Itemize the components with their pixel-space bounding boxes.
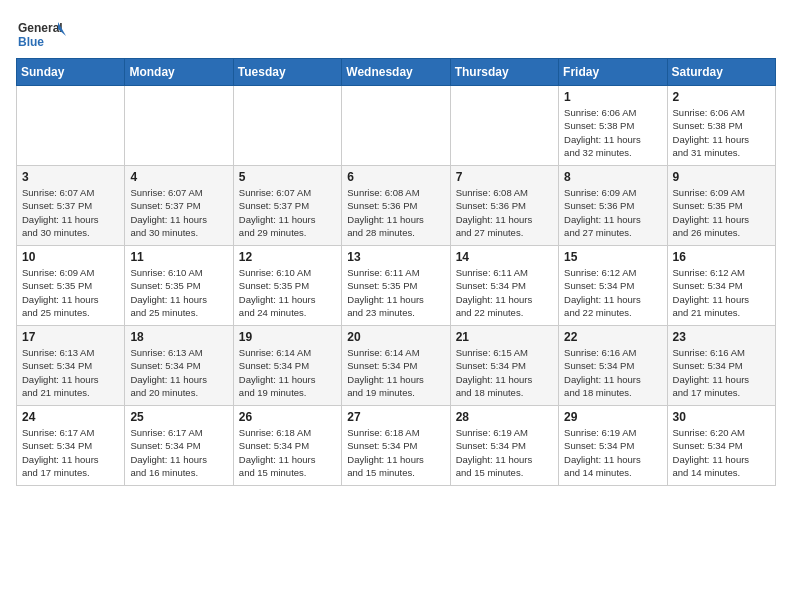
day-info: Sunrise: 6:09 AM Sunset: 5:35 PM Dayligh…	[673, 186, 770, 239]
day-cell: 8Sunrise: 6:09 AM Sunset: 5:36 PM Daylig…	[559, 166, 667, 246]
week-row-5: 24Sunrise: 6:17 AM Sunset: 5:34 PM Dayli…	[17, 406, 776, 486]
day-cell	[17, 86, 125, 166]
day-info: Sunrise: 6:07 AM Sunset: 5:37 PM Dayligh…	[130, 186, 227, 239]
day-number: 30	[673, 410, 770, 424]
day-info: Sunrise: 6:09 AM Sunset: 5:35 PM Dayligh…	[22, 266, 119, 319]
calendar-table: SundayMondayTuesdayWednesdayThursdayFrid…	[16, 58, 776, 486]
day-info: Sunrise: 6:10 AM Sunset: 5:35 PM Dayligh…	[239, 266, 336, 319]
day-cell: 24Sunrise: 6:17 AM Sunset: 5:34 PM Dayli…	[17, 406, 125, 486]
day-cell: 14Sunrise: 6:11 AM Sunset: 5:34 PM Dayli…	[450, 246, 558, 326]
day-number: 18	[130, 330, 227, 344]
day-info: Sunrise: 6:18 AM Sunset: 5:34 PM Dayligh…	[347, 426, 444, 479]
weekday-header-saturday: Saturday	[667, 59, 775, 86]
weekday-header-monday: Monday	[125, 59, 233, 86]
day-cell: 21Sunrise: 6:15 AM Sunset: 5:34 PM Dayli…	[450, 326, 558, 406]
day-number: 9	[673, 170, 770, 184]
weekday-header-tuesday: Tuesday	[233, 59, 341, 86]
week-row-2: 3Sunrise: 6:07 AM Sunset: 5:37 PM Daylig…	[17, 166, 776, 246]
day-number: 13	[347, 250, 444, 264]
day-cell: 27Sunrise: 6:18 AM Sunset: 5:34 PM Dayli…	[342, 406, 450, 486]
svg-text:General: General	[18, 21, 63, 35]
day-number: 23	[673, 330, 770, 344]
day-info: Sunrise: 6:13 AM Sunset: 5:34 PM Dayligh…	[22, 346, 119, 399]
day-number: 1	[564, 90, 661, 104]
day-number: 19	[239, 330, 336, 344]
day-info: Sunrise: 6:14 AM Sunset: 5:34 PM Dayligh…	[239, 346, 336, 399]
day-number: 20	[347, 330, 444, 344]
day-cell: 28Sunrise: 6:19 AM Sunset: 5:34 PM Dayli…	[450, 406, 558, 486]
day-cell	[233, 86, 341, 166]
day-info: Sunrise: 6:16 AM Sunset: 5:34 PM Dayligh…	[564, 346, 661, 399]
day-info: Sunrise: 6:13 AM Sunset: 5:34 PM Dayligh…	[130, 346, 227, 399]
logo: General Blue	[16, 16, 66, 54]
day-cell: 12Sunrise: 6:10 AM Sunset: 5:35 PM Dayli…	[233, 246, 341, 326]
day-number: 8	[564, 170, 661, 184]
week-row-1: 1Sunrise: 6:06 AM Sunset: 5:38 PM Daylig…	[17, 86, 776, 166]
day-cell: 20Sunrise: 6:14 AM Sunset: 5:34 PM Dayli…	[342, 326, 450, 406]
day-info: Sunrise: 6:12 AM Sunset: 5:34 PM Dayligh…	[673, 266, 770, 319]
day-info: Sunrise: 6:09 AM Sunset: 5:36 PM Dayligh…	[564, 186, 661, 239]
day-cell: 23Sunrise: 6:16 AM Sunset: 5:34 PM Dayli…	[667, 326, 775, 406]
day-cell: 18Sunrise: 6:13 AM Sunset: 5:34 PM Dayli…	[125, 326, 233, 406]
day-number: 24	[22, 410, 119, 424]
day-number: 11	[130, 250, 227, 264]
day-info: Sunrise: 6:07 AM Sunset: 5:37 PM Dayligh…	[22, 186, 119, 239]
day-number: 15	[564, 250, 661, 264]
day-cell: 6Sunrise: 6:08 AM Sunset: 5:36 PM Daylig…	[342, 166, 450, 246]
day-number: 7	[456, 170, 553, 184]
day-cell: 13Sunrise: 6:11 AM Sunset: 5:35 PM Dayli…	[342, 246, 450, 326]
day-cell: 19Sunrise: 6:14 AM Sunset: 5:34 PM Dayli…	[233, 326, 341, 406]
day-cell: 1Sunrise: 6:06 AM Sunset: 5:38 PM Daylig…	[559, 86, 667, 166]
day-cell: 7Sunrise: 6:08 AM Sunset: 5:36 PM Daylig…	[450, 166, 558, 246]
day-info: Sunrise: 6:17 AM Sunset: 5:34 PM Dayligh…	[22, 426, 119, 479]
day-number: 12	[239, 250, 336, 264]
day-cell: 9Sunrise: 6:09 AM Sunset: 5:35 PM Daylig…	[667, 166, 775, 246]
day-number: 6	[347, 170, 444, 184]
week-row-3: 10Sunrise: 6:09 AM Sunset: 5:35 PM Dayli…	[17, 246, 776, 326]
day-info: Sunrise: 6:06 AM Sunset: 5:38 PM Dayligh…	[673, 106, 770, 159]
day-info: Sunrise: 6:08 AM Sunset: 5:36 PM Dayligh…	[347, 186, 444, 239]
week-row-4: 17Sunrise: 6:13 AM Sunset: 5:34 PM Dayli…	[17, 326, 776, 406]
weekday-header-sunday: Sunday	[17, 59, 125, 86]
weekday-header-friday: Friday	[559, 59, 667, 86]
day-cell: 4Sunrise: 6:07 AM Sunset: 5:37 PM Daylig…	[125, 166, 233, 246]
day-info: Sunrise: 6:08 AM Sunset: 5:36 PM Dayligh…	[456, 186, 553, 239]
day-info: Sunrise: 6:18 AM Sunset: 5:34 PM Dayligh…	[239, 426, 336, 479]
day-number: 26	[239, 410, 336, 424]
day-cell: 29Sunrise: 6:19 AM Sunset: 5:34 PM Dayli…	[559, 406, 667, 486]
day-cell: 22Sunrise: 6:16 AM Sunset: 5:34 PM Dayli…	[559, 326, 667, 406]
day-cell: 26Sunrise: 6:18 AM Sunset: 5:34 PM Dayli…	[233, 406, 341, 486]
day-info: Sunrise: 6:06 AM Sunset: 5:38 PM Dayligh…	[564, 106, 661, 159]
day-number: 5	[239, 170, 336, 184]
day-info: Sunrise: 6:16 AM Sunset: 5:34 PM Dayligh…	[673, 346, 770, 399]
day-number: 4	[130, 170, 227, 184]
logo-svg: General Blue	[16, 16, 66, 54]
day-cell	[342, 86, 450, 166]
day-number: 22	[564, 330, 661, 344]
day-info: Sunrise: 6:20 AM Sunset: 5:34 PM Dayligh…	[673, 426, 770, 479]
day-cell	[450, 86, 558, 166]
day-cell: 3Sunrise: 6:07 AM Sunset: 5:37 PM Daylig…	[17, 166, 125, 246]
day-number: 14	[456, 250, 553, 264]
day-number: 25	[130, 410, 227, 424]
day-info: Sunrise: 6:11 AM Sunset: 5:34 PM Dayligh…	[456, 266, 553, 319]
day-cell: 25Sunrise: 6:17 AM Sunset: 5:34 PM Dayli…	[125, 406, 233, 486]
day-cell	[125, 86, 233, 166]
day-cell: 11Sunrise: 6:10 AM Sunset: 5:35 PM Dayli…	[125, 246, 233, 326]
header: General Blue	[16, 16, 776, 54]
weekday-header-wednesday: Wednesday	[342, 59, 450, 86]
day-info: Sunrise: 6:12 AM Sunset: 5:34 PM Dayligh…	[564, 266, 661, 319]
day-info: Sunrise: 6:10 AM Sunset: 5:35 PM Dayligh…	[130, 266, 227, 319]
day-info: Sunrise: 6:14 AM Sunset: 5:34 PM Dayligh…	[347, 346, 444, 399]
day-cell: 10Sunrise: 6:09 AM Sunset: 5:35 PM Dayli…	[17, 246, 125, 326]
day-info: Sunrise: 6:19 AM Sunset: 5:34 PM Dayligh…	[564, 426, 661, 479]
day-number: 21	[456, 330, 553, 344]
day-info: Sunrise: 6:07 AM Sunset: 5:37 PM Dayligh…	[239, 186, 336, 239]
day-cell: 17Sunrise: 6:13 AM Sunset: 5:34 PM Dayli…	[17, 326, 125, 406]
day-cell: 15Sunrise: 6:12 AM Sunset: 5:34 PM Dayli…	[559, 246, 667, 326]
svg-text:Blue: Blue	[18, 35, 44, 49]
day-number: 3	[22, 170, 119, 184]
weekday-header-thursday: Thursday	[450, 59, 558, 86]
day-number: 2	[673, 90, 770, 104]
day-number: 17	[22, 330, 119, 344]
